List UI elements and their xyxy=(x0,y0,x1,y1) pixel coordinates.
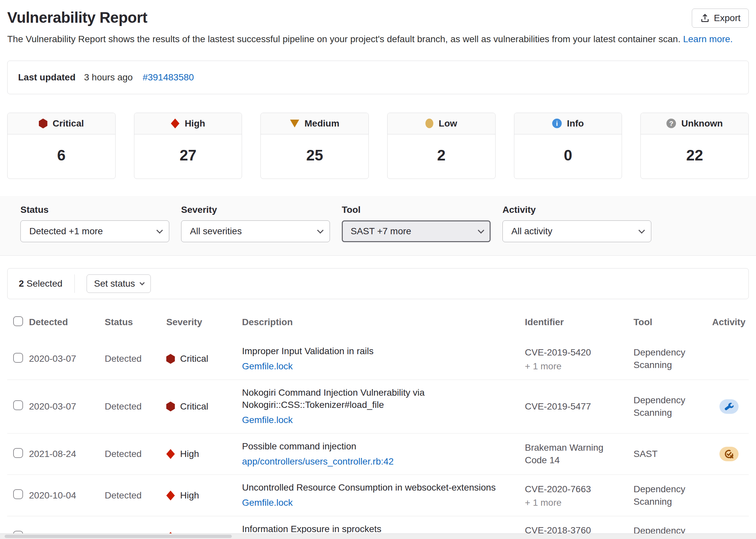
row-checkbox[interactable] xyxy=(13,448,23,458)
horizontal-scrollbar[interactable] xyxy=(0,533,756,539)
severity-card-info: Info0 xyxy=(514,113,622,179)
filter-dropdown-tool[interactable]: SAST +7 more xyxy=(342,220,491,242)
row-identifier: Brakeman Warning Code 14 xyxy=(525,441,634,467)
learn-more-link[interactable]: Learn more. xyxy=(683,34,733,44)
row-activity xyxy=(709,447,749,461)
filter-dropdown-severity[interactable]: All severities xyxy=(181,220,330,242)
column-header-detected[interactable]: Detected xyxy=(29,317,105,328)
chevron-down-icon xyxy=(317,227,324,234)
vulnerability-title-link[interactable]: Possible command injection xyxy=(242,440,507,453)
column-header-tool[interactable]: Tool xyxy=(634,317,709,328)
vulnerability-location-link[interactable]: Gemfile.lock xyxy=(242,497,293,509)
row-description: Uncontrolled Resource Consumption in web… xyxy=(242,482,525,509)
page-header: Vulnerability Report Export xyxy=(7,9,749,28)
column-header-severity[interactable]: Severity xyxy=(166,317,242,328)
column-header-identifier[interactable]: Identifier xyxy=(525,317,634,328)
row-status: Detected xyxy=(105,353,166,364)
chevron-down-icon xyxy=(156,227,163,234)
filter-label: Activity xyxy=(503,204,651,215)
table-body: 2020-03-07 Detected Critical Improper In… xyxy=(7,338,749,539)
filter-value: SAST +7 more xyxy=(351,226,411,237)
severity-card-header: Low xyxy=(387,113,495,134)
vulnerability-title-link[interactable]: Improper Input Validation in rails xyxy=(242,345,507,357)
row-detected-date: 2021-08-24 xyxy=(29,449,105,459)
row-tool: Dependency Scanning xyxy=(634,483,709,508)
solution-available-badge[interactable] xyxy=(720,399,738,414)
row-checkbox[interactable] xyxy=(13,489,23,499)
severity-low-icon xyxy=(425,118,433,128)
severity-card-header: Unknown xyxy=(641,113,748,134)
row-checkbox[interactable] xyxy=(13,400,23,410)
row-activity xyxy=(709,399,749,414)
vulnerability-location-link[interactable]: Gemfile.lock xyxy=(242,360,293,373)
wrench-icon xyxy=(724,402,734,412)
row-severity: Critical xyxy=(166,401,242,412)
row-detected-date: 2020-03-07 xyxy=(29,353,105,364)
column-header-activity[interactable]: Activity xyxy=(709,317,749,328)
column-header-status[interactable]: Status xyxy=(105,317,166,328)
row-identifier: CVE-2019-5420 + 1 more xyxy=(525,346,634,372)
row-status: Detected xyxy=(105,401,166,412)
chevron-down-icon xyxy=(639,227,645,234)
selection-bar: 2Selected Set status xyxy=(7,268,749,299)
row-checkbox-cell xyxy=(13,448,29,460)
severity-card-label: Low xyxy=(439,118,457,129)
row-checkbox-cell xyxy=(13,489,29,501)
vulnerability-location-link[interactable]: Gemfile.lock xyxy=(242,414,293,426)
set-status-button[interactable]: Set status xyxy=(87,274,151,293)
filter-tool: ToolSAST +7 more xyxy=(342,204,491,242)
table-row: 2020-10-04 Detected High Uncontrolled Re… xyxy=(7,475,749,516)
row-detected-date: 2020-10-04 xyxy=(29,490,105,501)
chevron-down-icon xyxy=(478,227,484,234)
severity-card-high: High27 xyxy=(134,113,242,179)
page-description: The Vulnerability Report shows the resul… xyxy=(7,33,749,45)
vulnerability-table: Detected Status Severity Description Ide… xyxy=(7,314,749,539)
vulnerability-location-link[interactable]: app/controllers/users_controller.rb:42 xyxy=(242,456,394,468)
filter-label: Status xyxy=(21,204,169,215)
filter-dropdown-status[interactable]: Detected +1 more xyxy=(21,220,169,242)
filter-label: Severity xyxy=(181,204,330,215)
row-tool: Dependency Scanning xyxy=(634,346,709,371)
table-row: 2020-03-07 Detected Critical Improper In… xyxy=(7,338,749,380)
row-description: Possible command injection app/controlle… xyxy=(242,440,525,468)
row-identifier: CVE-2020-7663 + 1 more xyxy=(525,483,634,508)
filter-severity: SeverityAll severities xyxy=(181,204,330,242)
severity-card-label: Critical xyxy=(53,118,84,129)
severity-high-icon xyxy=(166,449,175,459)
row-severity: High xyxy=(166,449,242,459)
row-checkbox[interactable] xyxy=(13,353,23,363)
row-identifier: CVE-2019-5477 xyxy=(525,400,634,413)
severity-card-label: Info xyxy=(567,118,584,129)
row-description: Nokogiri Command Injection Vulnerability… xyxy=(242,387,525,426)
severity-card-count: 0 xyxy=(564,146,572,164)
filter-value: All activity xyxy=(512,226,552,237)
pipeline-link[interactable]: #391483580 xyxy=(143,72,194,83)
filter-dropdown-activity[interactable]: All activity xyxy=(503,220,651,242)
export-icon xyxy=(700,13,710,23)
severity-card-count: 2 xyxy=(437,146,446,164)
row-status: Detected xyxy=(105,449,166,459)
select-all-checkbox[interactable] xyxy=(13,316,23,326)
table-row: 2020-03-07 Detected Critical Nokogiri Co… xyxy=(7,380,749,433)
filter-activity: ActivityAll activity xyxy=(503,204,651,242)
row-checkbox-cell xyxy=(13,400,29,413)
row-detected-date: 2020-03-07 xyxy=(29,401,105,412)
severity-unknown-icon xyxy=(666,118,676,128)
table-row: 2021-08-24 Detected High Possible comman… xyxy=(7,433,749,475)
severity-card-header: Medium xyxy=(261,113,369,134)
false-positive-badge[interactable] xyxy=(720,447,738,461)
severity-card-header: Critical xyxy=(8,113,115,134)
column-header-description[interactable]: Description xyxy=(242,317,525,328)
severity-card-count: 27 xyxy=(179,146,196,164)
severity-card-low: Low2 xyxy=(387,113,496,179)
severity-critical-icon xyxy=(166,402,175,412)
row-status: Detected xyxy=(105,490,166,501)
scrollbar-thumb[interactable] xyxy=(5,535,232,538)
export-button[interactable]: Export xyxy=(692,9,749,28)
filter-value: Detected +1 more xyxy=(29,226,103,237)
row-tool: Dependency Scanning xyxy=(634,394,709,419)
vulnerability-title-link[interactable]: Nokogiri Command Injection Vulnerability… xyxy=(242,387,507,411)
vulnerability-title-link[interactable]: Uncontrolled Resource Consumption in web… xyxy=(242,482,507,494)
row-severity: High xyxy=(166,490,242,501)
severity-high-icon xyxy=(171,118,179,128)
